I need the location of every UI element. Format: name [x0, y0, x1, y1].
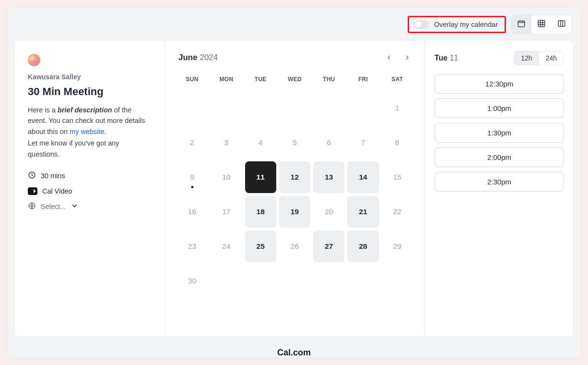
today-dot — [191, 186, 193, 188]
calendar-day[interactable]: 12 — [279, 161, 310, 193]
location-label: Cal Video — [42, 187, 72, 195]
timezone-select[interactable]: Select... — [28, 202, 151, 211]
slot-list: 12:30pm1:00pm1:30pm2:00pm2:30pm — [435, 74, 564, 192]
calendar-day[interactable]: 19 — [279, 196, 310, 228]
calendar-cell-empty — [279, 92, 310, 124]
calendar-day[interactable]: 2 — [176, 127, 208, 158]
calendar-day[interactable]: 29 — [382, 231, 413, 262]
clock-icon — [28, 171, 36, 181]
calendar-icon — [517, 19, 526, 30]
time-slot[interactable]: 1:30pm — [435, 123, 564, 143]
calendar-day[interactable]: 20 — [313, 196, 344, 228]
calendar-day[interactable]: 8 — [382, 127, 413, 158]
dow-label: SUN — [176, 73, 208, 89]
calendar-day[interactable]: 14 — [347, 161, 378, 193]
format-24h-button[interactable]: 24h — [539, 51, 564, 65]
dow-label: FRI — [347, 73, 378, 89]
next-month-button[interactable] — [403, 54, 411, 61]
content: Kawusara Salley 30 Min Meeting Here is a… — [14, 40, 574, 337]
calendar-day[interactable]: 25 — [245, 231, 276, 262]
calendar-day[interactable]: 15 — [382, 161, 413, 193]
calendar-day[interactable]: 11 — [245, 161, 276, 193]
calendar-day[interactable]: 6 — [313, 127, 344, 158]
timezone-label: Select... — [41, 203, 66, 210]
booking-card: Overlay my calendar — [7, 7, 581, 358]
desc-emph: brief description — [58, 106, 112, 114]
calendar-day[interactable]: 27 — [313, 231, 344, 262]
desc-link[interactable]: my website — [70, 128, 105, 135]
calendar-cell-empty — [313, 92, 344, 124]
svg-rect-1 — [538, 20, 545, 27]
view-columns-button[interactable] — [552, 15, 572, 34]
format-12h-button[interactable]: 12h — [514, 51, 539, 65]
calendar-header: June 2024 — [175, 53, 415, 62]
calendar-day[interactable]: 3 — [211, 127, 242, 158]
calendar-day[interactable]: 5 — [279, 127, 310, 158]
svg-rect-2 — [558, 21, 565, 26]
event-title: 30 Min Meeting — [28, 85, 151, 98]
event-details: Kawusara Salley 30 Min Meeting Here is a… — [14, 40, 165, 337]
topbar: Overlay my calendar — [7, 7, 581, 38]
view-grid-button[interactable] — [531, 15, 552, 34]
time-slot[interactable]: 12:30pm — [435, 74, 564, 94]
columns-icon — [557, 19, 566, 30]
month-name: June — [178, 53, 198, 62]
calendar-day[interactable]: 24 — [211, 231, 242, 262]
event-description-2: Let me know if you've got any questions. — [28, 138, 151, 159]
view-switcher — [511, 15, 572, 34]
selected-day-num: 11 — [450, 54, 459, 62]
calendar-cell-empty — [176, 92, 208, 124]
calendar-day[interactable]: 30 — [176, 265, 208, 297]
calendar-day[interactable]: 13 — [313, 161, 344, 193]
month-nav — [385, 54, 411, 61]
slots-header: Tue 11 12h 24h — [435, 51, 564, 65]
duration-row: 30 mins — [28, 171, 151, 181]
video-icon — [28, 187, 37, 195]
calendar-day[interactable]: 17 — [211, 196, 242, 228]
desc-text: Here is a — [28, 106, 58, 114]
dow-label: SAT — [382, 73, 413, 89]
selected-day-name: Tue — [435, 54, 447, 62]
calendar-cell-empty — [211, 92, 242, 124]
calendar-cell-empty — [347, 92, 378, 124]
overlay-toggle[interactable] — [414, 20, 429, 29]
desc-text: . — [105, 128, 106, 135]
view-month-button[interactable] — [511, 15, 531, 34]
calendar-grid: SUNMONTUEWEDTHUFRISAT1234567891011121314… — [175, 73, 415, 297]
dow-label: WED — [279, 73, 310, 89]
calendar-day[interactable]: 9 — [176, 161, 208, 193]
calendar-day[interactable]: 21 — [347, 196, 378, 228]
year: 2024 — [200, 53, 218, 62]
slots-panel: Tue 11 12h 24h 12:30pm1:00pm1:30pm2:00pm… — [425, 40, 574, 337]
time-slot[interactable]: 2:30pm — [435, 172, 564, 192]
calendar-day[interactable]: 28 — [347, 231, 378, 262]
svg-rect-0 — [518, 21, 525, 27]
calendar-day[interactable]: 23 — [176, 231, 208, 262]
overlay-label: Overlay my calendar — [434, 21, 498, 28]
event-description: Here is a brief description of the event… — [28, 105, 151, 137]
dow-label: THU — [313, 73, 344, 89]
dow-label: MON — [211, 73, 242, 89]
calendar-cell-empty — [245, 92, 276, 124]
calendar-day[interactable]: 18 — [245, 196, 276, 228]
time-slot[interactable]: 1:00pm — [435, 98, 564, 118]
calendar-panel: June 2024 SUNMONTUEWEDTHUFRISAT123456789… — [165, 40, 425, 337]
location-row: Cal Video — [28, 187, 151, 195]
host-name: Kawusara Salley — [28, 73, 151, 81]
prev-month-button[interactable] — [385, 54, 393, 61]
duration-label: 30 mins — [41, 172, 65, 180]
month-label: June 2024 — [178, 53, 218, 62]
overlay-calendar-toggle-container: Overlay my calendar — [408, 16, 506, 33]
time-slot[interactable]: 2:00pm — [435, 147, 564, 167]
chevron-down-icon — [71, 202, 79, 211]
footer-brand: Cal.com — [7, 337, 581, 358]
calendar-day[interactable]: 1 — [382, 92, 413, 124]
calendar-day[interactable]: 10 — [211, 161, 242, 193]
calendar-day[interactable]: 7 — [347, 127, 378, 158]
avatar — [28, 54, 40, 66]
calendar-day[interactable]: 4 — [245, 127, 276, 158]
calendar-day[interactable]: 16 — [176, 196, 208, 228]
grid-icon — [537, 19, 546, 30]
calendar-day[interactable]: 22 — [382, 196, 413, 228]
calendar-day[interactable]: 26 — [279, 231, 310, 262]
